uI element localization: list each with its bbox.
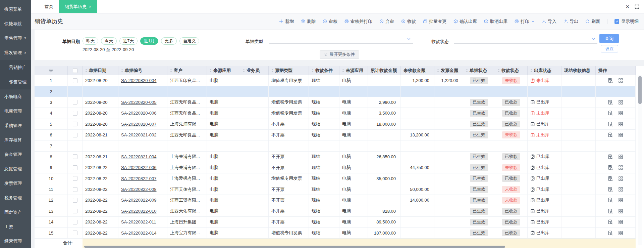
tab-home[interactable]: 首页 (39, 0, 59, 13)
fullscreen-icon[interactable] (635, 4, 639, 9)
select-all-checkbox[interactable] (73, 68, 77, 73)
table-row[interactable]: 92022-08-22SA-20220822-006上海先浦有限...电脑不开票… (35, 162, 636, 173)
table-row[interactable]: 62022-08-21SA-20220821-002江西无印良品...电脑不开票… (35, 130, 636, 140)
sidebar-item[interactable]: 搜索菜单 (0, 2, 31, 16)
related-grid-icon[interactable] (618, 122, 623, 127)
sort-icon[interactable] (121, 69, 123, 72)
pay-status-select[interactable] (454, 34, 597, 44)
settings-button[interactable]: 设置 (601, 45, 618, 52)
toolbar-refresh-button[interactable]: 刷新 (585, 18, 600, 25)
sort-icon[interactable] (210, 69, 212, 72)
row-checkbox[interactable] (73, 176, 77, 181)
row-checkbox[interactable] (73, 187, 77, 192)
toolbar-import-button[interactable]: 导入 (542, 18, 556, 25)
sidebar-item[interactable]: 库存核算 (0, 133, 31, 147)
toolbar-batch-change-button[interactable]: 批量变更 (423, 18, 446, 25)
toolbar-print-button[interactable]: 打印 (515, 18, 535, 25)
toolbar-delete-button[interactable]: 删除 (301, 18, 316, 25)
table-row[interactable]: 82022-08-21SA-20220821-004上海先浦有限...电脑不开票… (35, 152, 636, 162)
col-header-date[interactable]: 单据日期 (83, 66, 118, 75)
row-checkbox[interactable] (73, 220, 77, 224)
table-row[interactable]: 2 (35, 86, 636, 97)
doc-search-icon[interactable] (608, 111, 613, 116)
doc-number-link[interactable]: SA-20220822-011 (121, 219, 156, 224)
sort-icon[interactable] (312, 69, 314, 72)
related-grid-icon[interactable] (618, 100, 623, 105)
doc-search-icon[interactable] (608, 209, 613, 214)
row-checkbox[interactable] (73, 100, 77, 105)
sidebar-item[interactable]: 销售管理 (0, 75, 31, 89)
row-checkbox[interactable] (73, 231, 77, 235)
table-row[interactable]: 7 (35, 140, 636, 151)
table-row[interactable]: 112022-08-22SA-20220822-008江西天佑有限...电脑不开… (35, 184, 636, 195)
sidebar-item[interactable]: 采购管理 (0, 118, 31, 133)
sidebar-item[interactable]: 发票管理 (0, 176, 31, 191)
col-header-invoice[interactable]: 发票金额 (434, 66, 463, 75)
doc-search-icon[interactable] (608, 231, 613, 236)
row-checkbox[interactable] (73, 198, 77, 203)
doc-number-link[interactable]: SA-20220822-007 (121, 176, 157, 181)
tab-sales-history[interactable]: 销货单历史 × (59, 0, 97, 13)
sidebar-item[interactable]: 税务管理 (0, 191, 31, 205)
doc-search-icon[interactable] (608, 100, 613, 105)
close-icon[interactable]: × (626, 4, 629, 10)
toolbar-export-button[interactable]: 导出 (564, 18, 578, 25)
sidebar-item[interactable]: 固定资产 (0, 205, 31, 219)
sidebar-item[interactable]: 快捷导航 (0, 16, 31, 31)
sort-icon[interactable] (437, 69, 439, 72)
col-header-source2[interactable]: 来源应用 (339, 66, 368, 75)
table-row[interactable]: 52022-08-20SA-20220820-007上海先浦有限...电脑不开票… (35, 119, 636, 130)
sidebar-item[interactable]: 经营管理 (0, 234, 31, 248)
sidebar-item[interactable]: 零售管理▼ (0, 31, 31, 45)
col-header-paystatus[interactable]: 收款状态 (495, 66, 528, 75)
row-checkbox[interactable] (73, 209, 77, 213)
sort-icon[interactable] (243, 69, 245, 72)
sidebar-item[interactable]: 批发管理▲ (0, 45, 31, 60)
sidebar-item[interactable]: 工资 (0, 219, 31, 234)
toolbar-collect-button[interactable]: 收款 (401, 18, 416, 25)
table-row[interactable]: 122022-08-22SA-20220822-009江西工贸有限...电脑不开… (35, 195, 636, 206)
date-pill-2[interactable]: 近7天 (119, 37, 138, 45)
related-grid-icon[interactable] (618, 176, 623, 181)
gear-icon[interactable] (49, 68, 53, 73)
date-pill-0[interactable]: 昨天 (83, 37, 98, 45)
row-checkbox[interactable] (73, 133, 77, 137)
doc-search-icon[interactable] (608, 187, 613, 192)
row-checkbox[interactable] (73, 111, 77, 116)
related-grid-icon[interactable] (618, 132, 623, 137)
doc-number-link[interactable]: SA-20220820-004 (121, 78, 157, 83)
doc-number-link[interactable]: SA-20220820-007 (121, 122, 157, 127)
col-header-docno[interactable]: 单据编号 (118, 66, 167, 75)
doc-search-icon[interactable] (608, 198, 613, 203)
table-row[interactable]: 152022-08-22SA-20220822-014上海宝力有限...电脑增值… (35, 228, 636, 238)
col-header-paycond[interactable]: 收款条件 (309, 66, 339, 75)
toolbar-confirm-outbound-button[interactable]: 确认出库 (453, 18, 477, 25)
show-detail-toggle[interactable]: 显示明细 (614, 18, 639, 25)
doc-number-link[interactable]: SA-20220822-006 (121, 165, 157, 170)
sort-icon[interactable] (498, 69, 500, 72)
related-grid-icon[interactable] (618, 209, 623, 214)
row-checkbox[interactable] (73, 122, 77, 126)
col-header-outstatus[interactable]: 出库状态 (528, 66, 561, 75)
row-checkbox[interactable] (73, 78, 77, 83)
date-pill-5[interactable]: 自定义 (179, 37, 200, 45)
table-row[interactable]: 132022-08-22SA-20220822-010江西天佑有限...电脑不开… (35, 206, 636, 217)
sort-icon[interactable] (170, 69, 172, 72)
doc-number-link[interactable]: SA-20220822-009 (121, 198, 157, 203)
horizontal-scrollbar-thumb[interactable] (84, 246, 505, 248)
doc-search-icon[interactable] (608, 176, 613, 181)
toolbar-cancel-outbound-button[interactable]: 取消出库 (484, 18, 507, 25)
related-grid-icon[interactable] (618, 165, 623, 170)
table-row[interactable]: 142022-08-22SA-20220822-011上海日升集团电脑不开票现结… (35, 217, 636, 228)
sidebar-item[interactable]: 电商管理 (0, 104, 31, 118)
doc-number-link[interactable]: SA-20220822-008 (121, 187, 157, 192)
doc-number-link[interactable]: SA-20220820-006 (121, 111, 157, 116)
row-checkbox[interactable] (73, 165, 77, 170)
date-range-value[interactable]: 2022-08-20 至 2022-09-20 (83, 47, 134, 53)
sort-icon[interactable] (85, 69, 87, 72)
doc-type-select[interactable] (269, 34, 413, 44)
col-header-salesman[interactable]: 业务员 (240, 66, 269, 75)
toolbar-add-button[interactable]: 新增 (279, 18, 294, 25)
doc-number-link[interactable]: SA-20220820-005 (121, 100, 157, 105)
doc-search-icon[interactable] (608, 78, 613, 83)
